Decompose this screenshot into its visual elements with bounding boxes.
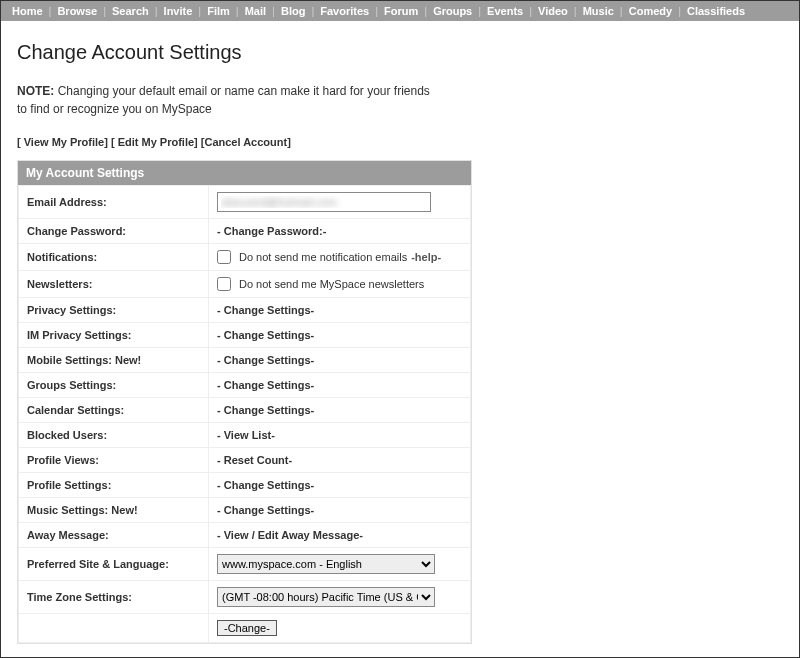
newsletters-cb-label: Do not send me MySpace newsletters	[239, 278, 424, 290]
nav-classifieds[interactable]: Classifieds	[684, 5, 748, 17]
nav-browse[interactable]: Browse	[54, 5, 100, 17]
email-label: Email Address:	[19, 186, 209, 219]
nav-favorites[interactable]: Favorites	[317, 5, 372, 17]
timezone-select[interactable]: (GMT -08:00 hours) Pacific Time (US & Ca…	[217, 587, 435, 607]
settings-panel: My Account Settings Email Address: Chang…	[17, 160, 472, 644]
note-bold: NOTE:	[17, 84, 54, 98]
page-title: Change Account Settings	[17, 41, 783, 64]
notifications-cb-label: Do not send me notification emails	[239, 251, 407, 263]
row-away: Away Message: - View / Edit Away Message…	[19, 523, 471, 548]
mobile-link[interactable]: - Change Settings-	[217, 354, 314, 366]
reset-count-link[interactable]: - Reset Count-	[217, 454, 292, 466]
site-language-label: Preferred Site & Language:	[19, 548, 209, 581]
row-profile-settings: Profile Settings: - Change Settings-	[19, 473, 471, 498]
note-line2: to find or recognize you on MySpace	[17, 102, 212, 116]
row-submit: -Change-	[19, 614, 471, 643]
view-profile-link[interactable]: [ View My Profile]	[17, 136, 108, 148]
newsletters-checkbox[interactable]	[217, 277, 231, 291]
change-button[interactable]: -Change-	[217, 620, 277, 636]
music-label: Music Settings: New!	[19, 498, 209, 523]
profile-settings-label: Profile Settings:	[19, 473, 209, 498]
row-notifications: Notifications: Do not send me notificati…	[19, 244, 471, 271]
email-field[interactable]	[217, 192, 431, 212]
page: Home| Browse| Search| Invite| Film| Mail…	[0, 0, 800, 658]
nav-blog[interactable]: Blog	[278, 5, 308, 17]
row-change-password: Change Password: - Change Password:-	[19, 219, 471, 244]
row-newsletters: Newsletters: Do not send me MySpace news…	[19, 271, 471, 298]
groups-link[interactable]: - Change Settings-	[217, 379, 314, 391]
profile-settings-link[interactable]: - Change Settings-	[217, 479, 314, 491]
note-text: NOTE: Changing your default email or nam…	[17, 82, 783, 118]
mobile-label: Mobile Settings: New!	[19, 348, 209, 373]
notifications-label: Notifications:	[19, 244, 209, 271]
nav-comedy[interactable]: Comedy	[626, 5, 675, 17]
nav-forum[interactable]: Forum	[381, 5, 421, 17]
blocked-link[interactable]: - View List-	[217, 429, 275, 441]
cancel-account-link[interactable]: [Cancel Account]	[201, 136, 291, 148]
change-password-link[interactable]: - Change Password:-	[217, 225, 326, 237]
away-label: Away Message:	[19, 523, 209, 548]
change-password-label: Change Password:	[19, 219, 209, 244]
blocked-label: Blocked Users:	[19, 423, 209, 448]
im-privacy-link[interactable]: - Change Settings-	[217, 329, 314, 341]
privacy-label: Privacy Settings:	[19, 298, 209, 323]
calendar-link[interactable]: - Change Settings-	[217, 404, 314, 416]
privacy-link[interactable]: - Change Settings-	[217, 304, 314, 316]
timezone-label: Time Zone Settings:	[19, 581, 209, 614]
nav-invite[interactable]: Invite	[161, 5, 196, 17]
row-im-privacy: IM Privacy Settings: - Change Settings-	[19, 323, 471, 348]
im-privacy-label: IM Privacy Settings:	[19, 323, 209, 348]
newsletters-label: Newsletters:	[19, 271, 209, 298]
row-music: Music Settings: New! - Change Settings-	[19, 498, 471, 523]
profile-views-label: Profile Views:	[19, 448, 209, 473]
music-settings-link[interactable]: - Change Settings-	[217, 504, 314, 516]
nav-groups[interactable]: Groups	[430, 5, 475, 17]
note-line1: Changing your default email or name can …	[54, 84, 430, 98]
row-calendar: Calendar Settings: - Change Settings-	[19, 398, 471, 423]
nav-video[interactable]: Video	[535, 5, 571, 17]
row-timezone: Time Zone Settings: (GMT -08:00 hours) P…	[19, 581, 471, 614]
top-nav: Home| Browse| Search| Invite| Film| Mail…	[1, 1, 799, 21]
row-site-language: Preferred Site & Language: www.myspace.c…	[19, 548, 471, 581]
notifications-help-link[interactable]: -help-	[411, 251, 441, 263]
content: Change Account Settings NOTE: Changing y…	[1, 21, 799, 656]
groups-label: Groups Settings:	[19, 373, 209, 398]
settings-table: Email Address: Change Password: - Change…	[18, 185, 471, 643]
row-groups: Groups Settings: - Change Settings-	[19, 373, 471, 398]
nav-search[interactable]: Search	[109, 5, 152, 17]
nav-events[interactable]: Events	[484, 5, 526, 17]
notifications-checkbox[interactable]	[217, 250, 231, 264]
away-message-link[interactable]: - View / Edit Away Message-	[217, 529, 363, 541]
row-mobile: Mobile Settings: New! - Change Settings-	[19, 348, 471, 373]
row-blocked: Blocked Users: - View List-	[19, 423, 471, 448]
site-language-select[interactable]: www.myspace.com - English	[217, 554, 435, 574]
nav-film[interactable]: Film	[204, 5, 233, 17]
row-email: Email Address:	[19, 186, 471, 219]
calendar-label: Calendar Settings:	[19, 398, 209, 423]
nav-music[interactable]: Music	[580, 5, 617, 17]
profile-action-links: [ View My Profile] [ Edit My Profile] [C…	[17, 136, 783, 148]
panel-header: My Account Settings	[18, 161, 471, 185]
nav-mail[interactable]: Mail	[242, 5, 269, 17]
edit-profile-link[interactable]: [ Edit My Profile]	[111, 136, 198, 148]
row-privacy: Privacy Settings: - Change Settings-	[19, 298, 471, 323]
nav-home[interactable]: Home	[9, 5, 46, 17]
row-profile-views: Profile Views: - Reset Count-	[19, 448, 471, 473]
